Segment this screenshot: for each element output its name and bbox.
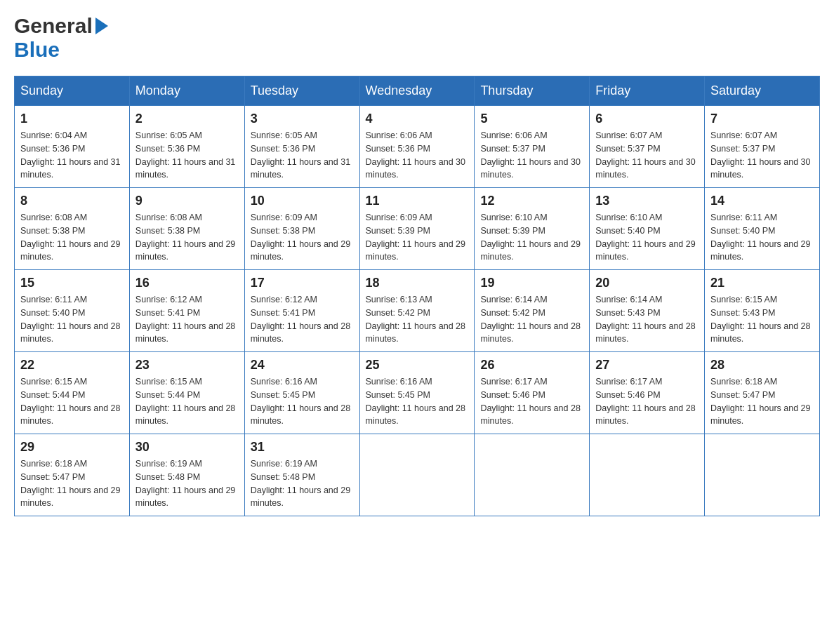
day-number: 31 (251, 440, 354, 455)
calendar-cell: 21 Sunrise: 6:15 AM Sunset: 5:43 PM Dayl… (705, 270, 820, 352)
day-number: 22 (20, 358, 124, 373)
day-info: Sunrise: 6:18 AM Sunset: 5:47 PM Dayligh… (710, 375, 814, 428)
calendar-cell: 10 Sunrise: 6:09 AM Sunset: 5:38 PM Dayl… (244, 188, 359, 270)
day-number: 24 (251, 358, 354, 373)
day-info: Sunrise: 6:10 AM Sunset: 5:39 PM Dayligh… (480, 211, 583, 264)
day-info: Sunrise: 6:16 AM Sunset: 5:45 PM Dayligh… (366, 375, 469, 428)
page-header: General Blue (14, 14, 820, 62)
calendar-cell: 9 Sunrise: 6:08 AM Sunset: 5:38 PM Dayli… (129, 188, 244, 270)
day-info: Sunrise: 6:17 AM Sunset: 5:46 PM Dayligh… (480, 375, 583, 428)
calendar-cell (475, 434, 590, 516)
logo: General Blue (14, 14, 108, 62)
day-info: Sunrise: 6:12 AM Sunset: 5:41 PM Dayligh… (135, 293, 239, 346)
day-info: Sunrise: 6:14 AM Sunset: 5:43 PM Dayligh… (595, 293, 699, 346)
day-info: Sunrise: 6:14 AM Sunset: 5:42 PM Dayligh… (480, 293, 583, 346)
day-info: Sunrise: 6:19 AM Sunset: 5:48 PM Dayligh… (135, 457, 239, 510)
day-info: Sunrise: 6:09 AM Sunset: 5:39 PM Dayligh… (366, 211, 469, 264)
day-number: 28 (710, 358, 814, 373)
calendar-cell: 23 Sunrise: 6:15 AM Sunset: 5:44 PM Dayl… (129, 352, 244, 434)
day-number: 23 (135, 358, 239, 373)
calendar-cell: 7 Sunrise: 6:07 AM Sunset: 5:37 PM Dayli… (705, 106, 820, 188)
calendar-cell: 6 Sunrise: 6:07 AM Sunset: 5:37 PM Dayli… (590, 106, 705, 188)
calendar-cell: 15 Sunrise: 6:11 AM Sunset: 5:40 PM Dayl… (15, 270, 130, 352)
day-number: 11 (366, 194, 469, 208)
day-number: 5 (480, 112, 583, 126)
calendar-cell: 19 Sunrise: 6:14 AM Sunset: 5:42 PM Dayl… (475, 270, 590, 352)
week-row-2: 8 Sunrise: 6:08 AM Sunset: 5:38 PM Dayli… (15, 188, 820, 270)
calendar-cell: 13 Sunrise: 6:10 AM Sunset: 5:40 PM Dayl… (590, 188, 705, 270)
day-number: 15 (20, 276, 124, 290)
day-info: Sunrise: 6:15 AM Sunset: 5:44 PM Dayligh… (20, 375, 124, 428)
day-info: Sunrise: 6:15 AM Sunset: 5:44 PM Dayligh… (135, 375, 239, 428)
day-number: 21 (710, 276, 814, 290)
day-info: Sunrise: 6:06 AM Sunset: 5:36 PM Dayligh… (366, 129, 469, 182)
day-info: Sunrise: 6:05 AM Sunset: 5:36 PM Dayligh… (135, 129, 239, 182)
day-info: Sunrise: 6:11 AM Sunset: 5:40 PM Dayligh… (20, 293, 124, 346)
day-info: Sunrise: 6:10 AM Sunset: 5:40 PM Dayligh… (595, 211, 699, 264)
calendar-cell (705, 434, 820, 516)
day-info: Sunrise: 6:08 AM Sunset: 5:38 PM Dayligh… (135, 211, 239, 264)
day-number: 10 (251, 194, 354, 208)
day-info: Sunrise: 6:12 AM Sunset: 5:41 PM Dayligh… (251, 293, 354, 346)
logo-arrow-icon (95, 18, 108, 34)
week-row-1: 1 Sunrise: 6:04 AM Sunset: 5:36 PM Dayli… (15, 106, 820, 188)
day-info: Sunrise: 6:13 AM Sunset: 5:42 PM Dayligh… (366, 293, 469, 346)
calendar-cell: 18 Sunrise: 6:13 AM Sunset: 5:42 PM Dayl… (359, 270, 475, 352)
day-info: Sunrise: 6:04 AM Sunset: 5:36 PM Dayligh… (20, 129, 124, 182)
day-info: Sunrise: 6:07 AM Sunset: 5:37 PM Dayligh… (595, 129, 699, 182)
calendar-cell: 3 Sunrise: 6:05 AM Sunset: 5:36 PM Dayli… (244, 106, 359, 188)
day-info: Sunrise: 6:16 AM Sunset: 5:45 PM Dayligh… (251, 375, 354, 428)
day-number: 30 (135, 440, 239, 455)
day-number: 2 (135, 112, 239, 126)
day-info: Sunrise: 6:09 AM Sunset: 5:38 PM Dayligh… (251, 211, 354, 264)
calendar-cell: 30 Sunrise: 6:19 AM Sunset: 5:48 PM Dayl… (129, 434, 244, 516)
weekday-header-friday: Friday (590, 76, 705, 106)
calendar-cell: 5 Sunrise: 6:06 AM Sunset: 5:37 PM Dayli… (475, 106, 590, 188)
calendar-cell: 1 Sunrise: 6:04 AM Sunset: 5:36 PM Dayli… (15, 106, 130, 188)
calendar-cell: 28 Sunrise: 6:18 AM Sunset: 5:47 PM Dayl… (705, 352, 820, 434)
day-info: Sunrise: 6:06 AM Sunset: 5:37 PM Dayligh… (480, 129, 583, 182)
day-number: 4 (366, 112, 469, 126)
calendar-cell: 29 Sunrise: 6:18 AM Sunset: 5:47 PM Dayl… (15, 434, 130, 516)
week-row-4: 22 Sunrise: 6:15 AM Sunset: 5:44 PM Dayl… (15, 352, 820, 434)
day-number: 13 (595, 194, 699, 208)
day-number: 8 (20, 194, 124, 208)
day-number: 20 (595, 276, 699, 290)
calendar-cell (590, 434, 705, 516)
day-info: Sunrise: 6:05 AM Sunset: 5:36 PM Dayligh… (251, 129, 354, 182)
day-info: Sunrise: 6:11 AM Sunset: 5:40 PM Dayligh… (710, 211, 814, 264)
weekday-header-sunday: Sunday (15, 76, 130, 106)
day-number: 19 (480, 276, 583, 290)
calendar-cell: 31 Sunrise: 6:19 AM Sunset: 5:48 PM Dayl… (244, 434, 359, 516)
weekday-header-thursday: Thursday (475, 76, 590, 106)
day-number: 29 (20, 440, 124, 455)
day-info: Sunrise: 6:07 AM Sunset: 5:37 PM Dayligh… (710, 129, 814, 182)
day-info: Sunrise: 6:18 AM Sunset: 5:47 PM Dayligh… (20, 457, 124, 510)
logo-general-text: General (14, 14, 93, 38)
calendar-table: SundayMondayTuesdayWednesdayThursdayFrid… (14, 76, 820, 516)
day-number: 16 (135, 276, 239, 290)
day-info: Sunrise: 6:17 AM Sunset: 5:46 PM Dayligh… (595, 375, 699, 428)
calendar-cell: 22 Sunrise: 6:15 AM Sunset: 5:44 PM Dayl… (15, 352, 130, 434)
day-number: 9 (135, 194, 239, 208)
day-number: 3 (251, 112, 354, 126)
calendar-cell: 20 Sunrise: 6:14 AM Sunset: 5:43 PM Dayl… (590, 270, 705, 352)
weekday-header-tuesday: Tuesday (244, 76, 359, 106)
calendar-cell: 27 Sunrise: 6:17 AM Sunset: 5:46 PM Dayl… (590, 352, 705, 434)
calendar-cell: 17 Sunrise: 6:12 AM Sunset: 5:41 PM Dayl… (244, 270, 359, 352)
weekday-header-wednesday: Wednesday (359, 76, 475, 106)
day-number: 12 (480, 194, 583, 208)
week-row-5: 29 Sunrise: 6:18 AM Sunset: 5:47 PM Dayl… (15, 434, 820, 516)
calendar-cell: 25 Sunrise: 6:16 AM Sunset: 5:45 PM Dayl… (359, 352, 475, 434)
day-number: 1 (20, 112, 124, 126)
logo-blue-text: Blue (14, 38, 60, 62)
calendar-cell: 12 Sunrise: 6:10 AM Sunset: 5:39 PM Dayl… (475, 188, 590, 270)
day-number: 7 (710, 112, 814, 126)
calendar-cell: 4 Sunrise: 6:06 AM Sunset: 5:36 PM Dayli… (359, 106, 475, 188)
day-number: 26 (480, 358, 583, 373)
calendar-cell: 14 Sunrise: 6:11 AM Sunset: 5:40 PM Dayl… (705, 188, 820, 270)
day-number: 14 (710, 194, 814, 208)
calendar-cell (359, 434, 475, 516)
weekday-header-row: SundayMondayTuesdayWednesdayThursdayFrid… (15, 76, 820, 106)
day-info: Sunrise: 6:19 AM Sunset: 5:48 PM Dayligh… (251, 457, 354, 510)
